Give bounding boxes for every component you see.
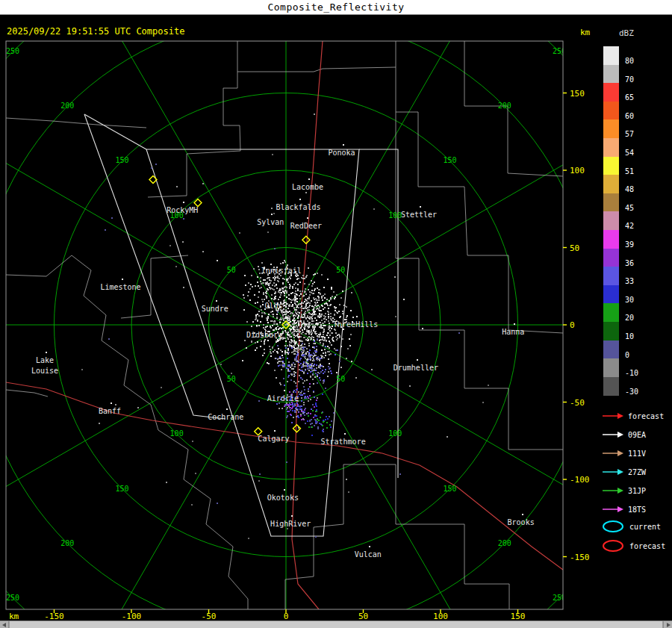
colorbar-cell-42dbz [603, 211, 619, 230]
colorbar-label-60dbz: 60 [625, 112, 634, 120]
y-tick-label: -150 [570, 553, 590, 562]
track-legend: forecast09EA111V27ZW31JP18TScurrentforec… [602, 408, 672, 565]
city-marker-dot [522, 514, 523, 515]
city-marker-dot [226, 408, 228, 410]
range-label-150: 150 [444, 156, 457, 164]
range-label-150: 150 [115, 156, 128, 164]
range-label-150: 150 [444, 485, 457, 493]
colorbar-label-57dbz: 57 [625, 130, 634, 138]
track-arrow-icon [602, 467, 624, 476]
colorbar-cell-65dbz [603, 83, 619, 102]
y-tick-label: -50 [570, 398, 585, 408]
legend-item-forecast: forecast [602, 408, 664, 424]
city-marker-dot [111, 402, 112, 404]
colorbar-cell-80dbz [603, 46, 619, 65]
legend-label: forecast [629, 542, 665, 550]
colorbar-label-33dbz: 33 [625, 277, 634, 285]
range-label-250: 250 [6, 594, 19, 602]
city-marker-dot [369, 546, 370, 547]
city-label-lacombe: Lacombe [292, 183, 323, 191]
scroll-left-arrow-icon[interactable] [0, 621, 9, 628]
town-dot [217, 260, 218, 261]
range-label-100: 100 [388, 211, 402, 220]
colorbar-cell-48dbz [603, 175, 619, 193]
range-label-100: 100 [170, 429, 184, 438]
track-arrow-icon [602, 486, 624, 495]
y-tick-label: 150 [570, 89, 585, 99]
city-marker-dot [46, 352, 47, 353]
city-marker-dot [299, 199, 301, 200]
city-label-cochrane: Cochrane [208, 413, 243, 421]
colorbar-label-51dbz: 51 [625, 167, 634, 175]
range-label-200: 200 [60, 539, 74, 547]
colorbar-label-48dbz: 48 [625, 185, 634, 193]
track-arrow-icon [602, 449, 624, 458]
city-marker-dot [343, 144, 344, 146]
city-label-ponoka: Ponoka [328, 149, 355, 157]
city-marker-dot [274, 430, 276, 432]
city-label-olds: Olds [264, 302, 282, 310]
legend-label: 09EA [628, 431, 646, 439]
city-marker-dot [183, 202, 184, 203]
city-label-rockymh: RockyMH [167, 206, 198, 214]
town-dot [422, 328, 423, 329]
range-label-50: 50 [227, 375, 236, 383]
range-label-250: 250 [553, 594, 566, 602]
city-label-threehills: ThreeHills [333, 320, 378, 329]
legend-label: 31JP [628, 487, 646, 495]
track-arrow-icon [602, 411, 624, 420]
city-marker-dot [265, 326, 267, 328]
colorbar-cell-0dbz [603, 341, 619, 359]
city-label-didsbury: Didsbury [246, 331, 282, 339]
city-marker-dot [274, 297, 276, 299]
colorbar-label-42dbz: 42 [625, 222, 634, 230]
city-marker-dot [284, 390, 285, 391]
range-label-250: 250 [6, 47, 19, 55]
legend-item-111v: 111V [602, 445, 646, 461]
colorbar-label-0dbz: 0 [625, 351, 629, 359]
city-label-limestone: Limestone [100, 283, 140, 291]
legend-label: 27ZW [628, 468, 646, 476]
forecast-ellipse-icon [602, 539, 626, 553]
range-label-250: 250 [553, 47, 566, 55]
city-label-hanna: Hanna [502, 328, 524, 336]
city-label-brooks: Brooks [508, 518, 535, 526]
y-tick-label: 50 [570, 243, 579, 253]
town-dot [243, 294, 244, 296]
city-label-banff: Banff [99, 407, 121, 415]
scroll-right-arrow-icon[interactable] [663, 621, 672, 628]
horizontal-scrollbar[interactable] [0, 621, 672, 628]
current-ellipse-icon [602, 520, 626, 533]
city-label-innisfail: Innisfail [261, 267, 302, 275]
town-dot [351, 361, 352, 362]
range-label-200: 200 [60, 102, 74, 110]
range-label-50: 50 [227, 266, 236, 274]
y-tick-label: 100 [570, 166, 585, 175]
city-label-highriver: HighRiver [270, 520, 311, 528]
city-label-strathmore: Strathmore [320, 438, 365, 446]
y-tick-label: -100 [570, 475, 590, 485]
city-marker-dot [284, 489, 285, 491]
city-marker-dot [420, 206, 421, 208]
legend-item-09ea: 09EA [602, 426, 646, 443]
legend-label: forecast [628, 412, 664, 420]
colorbar-label--30dbz: -30 [625, 388, 638, 396]
colorbar-cell--10dbz [603, 358, 619, 377]
scrollbar-thumb[interactable] [9, 621, 663, 628]
colorbar-label-36dbz: 36 [625, 259, 634, 267]
city-marker-dot [356, 316, 358, 317]
colorbar-cell-30dbz [603, 285, 619, 304]
colorbar-label-80dbz: 80 [625, 57, 634, 65]
range-label-100: 100 [388, 429, 402, 438]
legend-item-27zw: 27ZW [602, 464, 646, 480]
city-marker-dot [291, 515, 293, 517]
city-label-sylvan: Sylvan [257, 218, 284, 226]
range-label-50: 50 [336, 266, 345, 274]
colorbar-label-39dbz: 39 [625, 240, 634, 249]
colorbar-label-70dbz: 70 [625, 75, 634, 84]
y-tick-label: 0 [570, 320, 575, 330]
legend-item-current-ellipse: current [602, 518, 661, 535]
radar-display[interactable]: 5010015020025050100150200250501001502002… [0, 0, 672, 628]
city-label-blackfalds: Blackfalds [276, 203, 320, 211]
colorbar-cell-36dbz [603, 249, 619, 267]
